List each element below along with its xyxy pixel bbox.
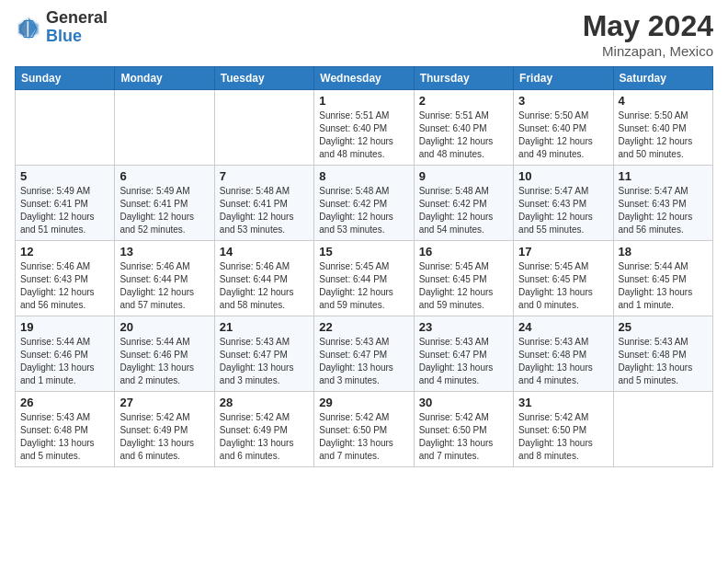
cell-3-3: 14Sunrise: 5:46 AM Sunset: 6:44 PM Dayli… [214, 241, 313, 316]
day-number: 16 [419, 245, 508, 259]
header-friday: Friday [514, 67, 613, 90]
cell-3-6: 17Sunrise: 5:45 AM Sunset: 6:45 PM Dayli… [514, 241, 613, 316]
title-block: May 2024 Minzapan, Mexico [583, 9, 713, 59]
day-detail: Sunrise: 5:44 AM Sunset: 6:45 PM Dayligh… [619, 260, 708, 312]
header-wednesday: Wednesday [314, 67, 414, 90]
cell-2-3: 7Sunrise: 5:48 AM Sunset: 6:41 PM Daylig… [214, 166, 313, 241]
cell-2-5: 9Sunrise: 5:48 AM Sunset: 6:42 PM Daylig… [414, 166, 513, 241]
cell-5-7 [613, 392, 712, 467]
day-detail: Sunrise: 5:43 AM Sunset: 6:47 PM Dayligh… [220, 336, 309, 387]
calendar-table: SundayMondayTuesdayWednesdayThursdayFrid… [15, 66, 713, 467]
cell-2-1: 5Sunrise: 5:49 AM Sunset: 6:41 PM Daylig… [16, 166, 115, 241]
day-number: 1 [319, 94, 408, 108]
day-detail: Sunrise: 5:49 AM Sunset: 6:41 PM Dayligh… [119, 185, 209, 236]
day-detail: Sunrise: 5:45 AM Sunset: 6:44 PM Dayligh… [319, 260, 408, 312]
day-detail: Sunrise: 5:51 AM Sunset: 6:40 PM Dayligh… [319, 109, 408, 161]
location: Minzapan, Mexico [583, 43, 713, 59]
cell-3-4: 15Sunrise: 5:45 AM Sunset: 6:44 PM Dayli… [314, 241, 414, 316]
day-detail: Sunrise: 5:43 AM Sunset: 6:48 PM Dayligh… [619, 336, 708, 387]
cell-5-4: 29Sunrise: 5:42 AM Sunset: 6:50 PM Dayli… [314, 392, 414, 467]
cell-3-1: 12Sunrise: 5:46 AM Sunset: 6:43 PM Dayli… [16, 241, 115, 316]
day-number: 25 [619, 320, 708, 334]
day-detail: Sunrise: 5:42 AM Sunset: 6:49 PM Dayligh… [220, 411, 309, 463]
header-row: SundayMondayTuesdayWednesdayThursdayFrid… [16, 67, 713, 90]
day-detail: Sunrise: 5:43 AM Sunset: 6:48 PM Dayligh… [20, 411, 109, 463]
day-number: 26 [20, 396, 109, 409]
cell-5-1: 26Sunrise: 5:43 AM Sunset: 6:48 PM Dayli… [16, 392, 115, 467]
day-detail: Sunrise: 5:43 AM Sunset: 6:47 PM Dayligh… [319, 336, 408, 387]
day-detail: Sunrise: 5:50 AM Sunset: 6:40 PM Dayligh… [518, 109, 608, 161]
day-detail: Sunrise: 5:42 AM Sunset: 6:50 PM Dayligh… [518, 411, 608, 463]
day-detail: Sunrise: 5:49 AM Sunset: 6:41 PM Dayligh… [20, 185, 109, 236]
week-row-3: 12Sunrise: 5:46 AM Sunset: 6:43 PM Dayli… [16, 241, 713, 316]
day-number: 27 [119, 396, 209, 409]
cell-1-6: 3Sunrise: 5:50 AM Sunset: 6:40 PM Daylig… [514, 90, 613, 166]
day-detail: Sunrise: 5:47 AM Sunset: 6:43 PM Dayligh… [518, 185, 608, 236]
cell-4-6: 24Sunrise: 5:43 AM Sunset: 6:48 PM Dayli… [514, 316, 613, 392]
logo-blue: Blue [46, 28, 108, 46]
day-number: 21 [220, 320, 309, 334]
cell-3-2: 13Sunrise: 5:46 AM Sunset: 6:44 PM Dayli… [115, 241, 214, 316]
day-number: 12 [20, 245, 109, 259]
header: General Blue May 2024 Minzapan, Mexico [15, 9, 713, 59]
cell-1-5: 2Sunrise: 5:51 AM Sunset: 6:40 PM Daylig… [414, 90, 513, 166]
day-number: 17 [518, 245, 608, 259]
header-thursday: Thursday [414, 67, 513, 90]
week-row-4: 19Sunrise: 5:44 AM Sunset: 6:46 PM Dayli… [16, 316, 713, 392]
day-detail: Sunrise: 5:42 AM Sunset: 6:50 PM Dayligh… [319, 411, 408, 463]
cell-3-5: 16Sunrise: 5:45 AM Sunset: 6:45 PM Dayli… [414, 241, 513, 316]
cell-1-2 [115, 90, 214, 166]
week-row-2: 5Sunrise: 5:49 AM Sunset: 6:41 PM Daylig… [16, 166, 713, 241]
cell-4-7: 25Sunrise: 5:43 AM Sunset: 6:48 PM Dayli… [613, 316, 712, 392]
header-saturday: Saturday [613, 67, 712, 90]
day-number: 19 [20, 320, 109, 334]
cell-5-6: 31Sunrise: 5:42 AM Sunset: 6:50 PM Dayli… [514, 392, 613, 467]
cell-1-1 [16, 90, 115, 166]
day-detail: Sunrise: 5:44 AM Sunset: 6:46 PM Dayligh… [20, 336, 109, 387]
day-detail: Sunrise: 5:48 AM Sunset: 6:42 PM Dayligh… [419, 185, 508, 236]
day-detail: Sunrise: 5:46 AM Sunset: 6:44 PM Dayligh… [119, 260, 209, 312]
cell-1-4: 1Sunrise: 5:51 AM Sunset: 6:40 PM Daylig… [314, 90, 414, 166]
day-detail: Sunrise: 5:44 AM Sunset: 6:46 PM Dayligh… [119, 336, 209, 387]
month-title: May 2024 [583, 9, 713, 43]
cell-4-4: 22Sunrise: 5:43 AM Sunset: 6:47 PM Dayli… [314, 316, 414, 392]
cell-5-3: 28Sunrise: 5:42 AM Sunset: 6:49 PM Dayli… [214, 392, 313, 467]
cell-2-7: 11Sunrise: 5:47 AM Sunset: 6:43 PM Dayli… [613, 166, 712, 241]
day-number: 31 [518, 396, 608, 409]
header-monday: Monday [115, 67, 214, 90]
day-number: 20 [119, 320, 209, 334]
day-number: 15 [319, 245, 408, 259]
day-number: 5 [20, 169, 109, 183]
day-detail: Sunrise: 5:46 AM Sunset: 6:43 PM Dayligh… [20, 260, 109, 312]
day-number: 7 [220, 169, 309, 183]
logo: General Blue [15, 9, 108, 46]
day-detail: Sunrise: 5:43 AM Sunset: 6:48 PM Dayligh… [518, 336, 608, 387]
day-number: 14 [220, 245, 309, 259]
day-number: 13 [119, 245, 209, 259]
cell-5-5: 30Sunrise: 5:42 AM Sunset: 6:50 PM Dayli… [414, 392, 513, 467]
logo-text: General Blue [46, 9, 108, 46]
day-detail: Sunrise: 5:46 AM Sunset: 6:44 PM Dayligh… [220, 260, 309, 312]
cell-1-3 [214, 90, 313, 166]
day-number: 22 [319, 320, 408, 334]
day-number: 23 [419, 320, 508, 334]
day-number: 30 [419, 396, 508, 409]
cell-2-6: 10Sunrise: 5:47 AM Sunset: 6:43 PM Dayli… [514, 166, 613, 241]
header-tuesday: Tuesday [214, 67, 313, 90]
cell-4-2: 20Sunrise: 5:44 AM Sunset: 6:46 PM Dayli… [115, 316, 214, 392]
day-detail: Sunrise: 5:42 AM Sunset: 6:50 PM Dayligh… [419, 411, 508, 463]
day-number: 10 [518, 169, 608, 183]
day-detail: Sunrise: 5:48 AM Sunset: 6:41 PM Dayligh… [220, 185, 309, 236]
day-number: 11 [619, 169, 708, 183]
day-number: 8 [319, 169, 408, 183]
day-number: 24 [518, 320, 608, 334]
day-detail: Sunrise: 5:50 AM Sunset: 6:40 PM Dayligh… [619, 109, 708, 161]
day-number: 9 [419, 169, 508, 183]
day-number: 28 [220, 396, 309, 409]
cell-4-3: 21Sunrise: 5:43 AM Sunset: 6:47 PM Dayli… [214, 316, 313, 392]
cell-3-7: 18Sunrise: 5:44 AM Sunset: 6:45 PM Dayli… [613, 241, 712, 316]
page: General Blue May 2024 Minzapan, Mexico S… [0, 0, 728, 477]
day-number: 18 [619, 245, 708, 259]
cell-2-4: 8Sunrise: 5:48 AM Sunset: 6:42 PM Daylig… [314, 166, 414, 241]
cell-1-7: 4Sunrise: 5:50 AM Sunset: 6:40 PM Daylig… [613, 90, 712, 166]
